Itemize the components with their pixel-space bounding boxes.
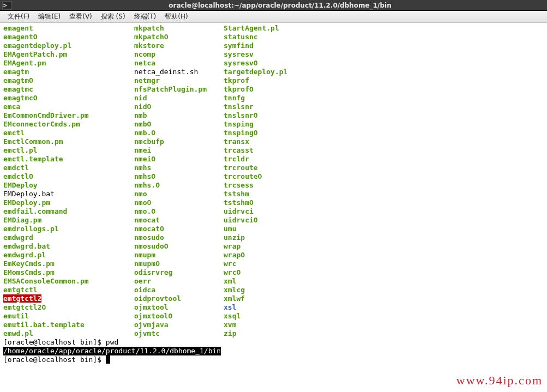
file-entry: EMconnectorCmds.pm — [3, 120, 134, 129]
file-entry: emca — [3, 102, 134, 111]
menu-help[interactable]: 帮助(H) — [160, 11, 192, 22]
listing-row: emtgtctl2oidprovtoolxmlwf — [3, 294, 544, 303]
window-title: oracle@localhost:~/app/oracle/product/11… — [15, 2, 545, 9]
terminal-viewport[interactable]: emagentmkpatchStartAgent.plemagentOmkpat… — [0, 23, 547, 365]
file-entry: nmo — [134, 190, 224, 198]
file-entry: nmei — [134, 146, 224, 155]
file-entry: xml — [224, 277, 236, 286]
file-entry: tstshmO — [224, 198, 254, 207]
file-entry: trcasst — [224, 146, 254, 155]
file-entry: ojvmjava — [134, 321, 224, 329]
file-entry: trcldr — [224, 155, 249, 164]
file-entry: transx — [224, 137, 249, 146]
listing-row: EmCommonCmdDriver.pmnmbtnslsnrO — [3, 111, 544, 120]
file-entry: netca — [134, 59, 224, 68]
file-entry: nmoO — [134, 198, 224, 207]
file-entry: nmhs.O — [134, 181, 224, 190]
file-entry: nmocatO — [134, 225, 224, 233]
file-entry: xsql — [224, 312, 241, 321]
file-entry: EmKeyCmds.pm — [3, 260, 134, 268]
listing-row: EMAgentPatch.pmncompsysresv — [3, 50, 544, 59]
file-entry: ojvmtc — [134, 329, 224, 338]
listing-row: emagentOmkpatchOstatusnc — [3, 33, 544, 41]
listing-row: EMomsCmds.pmodisrvregwrcO — [3, 268, 544, 277]
listing-row: emtgtctloidcaxmlcg — [3, 286, 544, 294]
file-entry: emctl.pl — [3, 146, 134, 155]
file-entry: emagtmc — [3, 85, 134, 94]
file-entry: emwd.pl — [3, 329, 134, 338]
listing-row: emagtmcOnidtnnfg — [3, 94, 544, 102]
listing-row: emdwgrd.plnmupmwrapO — [3, 251, 544, 260]
file-entry: emtgtctl2 — [3, 294, 134, 303]
file-entry: xvm — [224, 321, 236, 329]
menu-file[interactable]: 文件(F) — [3, 11, 34, 22]
file-entry: tstshm — [224, 190, 249, 198]
listing-row: emcanidOtnslsnr — [3, 102, 544, 111]
file-entry: trcsess — [224, 181, 254, 190]
titlebar: >_ oracle@localhost:~/app/oracle/product… — [0, 0, 547, 11]
file-entry: EMAgent.pm — [3, 59, 134, 68]
file-entry: EMSAConsoleCommon.pm — [3, 277, 134, 286]
listing-row: emagtmOnetmgrtkprof — [3, 76, 544, 85]
file-entry: nmupm — [134, 251, 224, 260]
file-entry: mkstore — [134, 41, 224, 50]
listing-row: EMDeploy.batnmotstshm — [3, 190, 544, 198]
terminal-icon: >_ — [2, 1, 12, 10]
file-entry: nmo.O — [134, 207, 224, 216]
menubar: 文件(F) 编辑(E) 查看(V) 搜索 (S) 终端(T) 帮助(H) — [0, 11, 547, 23]
listing-row: emdwgrd.batnmosudoOwrap — [3, 242, 544, 251]
file-entry: nmb.O — [134, 129, 224, 137]
file-entry: odisrvreg — [134, 268, 224, 277]
file-entry: EMDeploy — [3, 181, 134, 190]
file-entry: emdwgrd.pl — [3, 251, 134, 260]
file-entry: emagentdeploy.pl — [3, 41, 134, 50]
file-entry: emdctlO — [3, 172, 134, 181]
file-entry: statusnc — [224, 33, 258, 41]
menu-search[interactable]: 搜索 (S) — [97, 11, 130, 22]
file-entry: unzip — [224, 233, 245, 242]
file-entry: emutil.bat.template — [3, 321, 134, 329]
file-entry: EMomsCmds.pm — [3, 268, 134, 277]
file-entry: umu — [224, 225, 236, 233]
file-entry: ncomp — [134, 50, 224, 59]
prompt-line-current[interactable]: [oracle@localhost bin]$ ▮ — [3, 355, 544, 364]
listing-row: emctl.plnmeitrcasst — [3, 146, 544, 155]
file-entry: nid — [134, 94, 224, 102]
menu-view[interactable]: 查看(V) — [65, 11, 97, 22]
file-entry: emagent — [3, 24, 134, 33]
listing-row: EMDiag.pmnmocatuidrvciO — [3, 216, 544, 225]
file-entry: emdwgrd.bat — [3, 242, 134, 251]
file-entry: nmcbufp — [134, 137, 224, 146]
listing-row: emctl.templatenmeiOtrcldr — [3, 155, 544, 164]
file-entry: tnslsnr — [224, 102, 254, 111]
file-entry: emdctl — [3, 164, 134, 172]
listing-row: emdwgrdnmosudounzip — [3, 233, 544, 242]
file-entry: nfsPatchPlugin.pm — [134, 85, 224, 94]
menu-edit[interactable]: 编辑(E) — [34, 11, 65, 22]
file-entry: EMDeploy.bat — [3, 190, 134, 198]
file-entry: emagtm — [3, 68, 134, 76]
file-entry: wrc — [224, 260, 236, 268]
listing-row: EMDeploynmhs.Otrcsess — [3, 181, 544, 190]
listing-row: EmctlCommon.pmnmcbufptransx — [3, 137, 544, 146]
file-entry: wrap — [224, 242, 241, 251]
listing-row: emdfail.commandnmo.Ouidrvci — [3, 207, 544, 216]
file-entry: uidrvciO — [224, 216, 258, 225]
file-entry: xsl — [224, 303, 236, 312]
file-entry: mkpatch — [134, 24, 224, 33]
prompt-line: [oracle@localhost bin]$ pwd — [3, 338, 544, 347]
file-entry: StartAgent.pl — [224, 24, 279, 33]
listing-row: emdrollogs.plnmocatOumu — [3, 225, 544, 233]
file-entry: tnnfg — [224, 94, 245, 102]
file-entry: emctl — [3, 129, 134, 137]
file-entry: oerr — [134, 277, 224, 286]
menu-terminal[interactable]: 终端(T) — [130, 11, 161, 22]
file-entry: trcroute — [224, 164, 258, 172]
file-entry: EmCommonCmdDriver.pm — [3, 111, 134, 120]
cursor: ▮ — [106, 355, 110, 364]
listing-row: emagentmkpatchStartAgent.pl — [3, 24, 544, 33]
file-entry: sysresv — [224, 50, 254, 59]
file-entry: nmhs — [134, 164, 224, 172]
file-entry: tkprofO — [224, 85, 254, 94]
listing-row: emagtmnetca_deinst.shtargetdeploy.pl — [3, 68, 544, 76]
